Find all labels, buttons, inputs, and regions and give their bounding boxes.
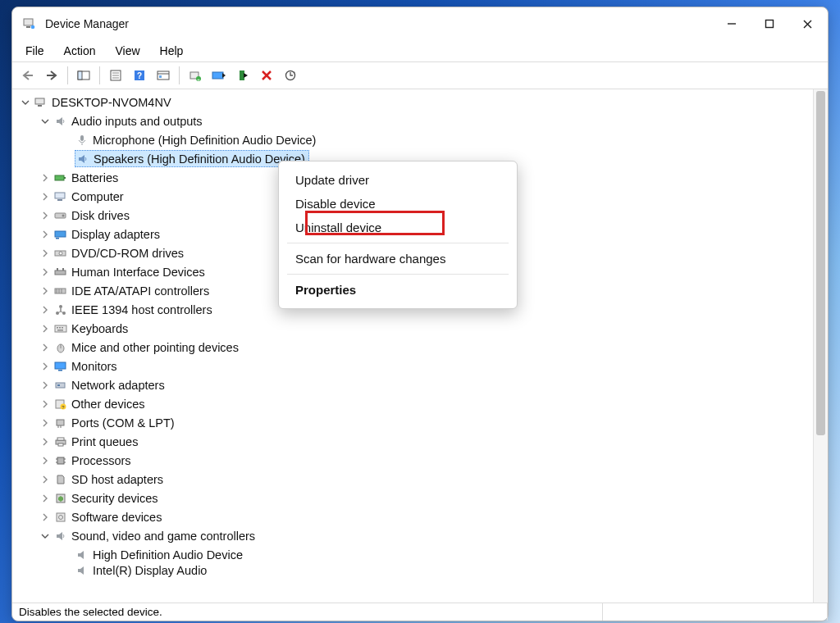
chevron-right-icon[interactable] (39, 190, 52, 203)
chevron-right-icon[interactable] (39, 228, 52, 241)
enable-device-icon[interactable] (232, 65, 253, 86)
svg-rect-69 (57, 420, 64, 425)
chevron-right-icon[interactable] (39, 398, 52, 411)
chevron-right-icon[interactable] (39, 322, 52, 335)
help-icon[interactable]: ? (129, 65, 150, 86)
speaker-icon (53, 115, 68, 128)
chevron-right-icon[interactable] (39, 435, 52, 448)
cm-scan-hardware[interactable]: Scan for hardware changes (279, 247, 517, 271)
chevron-right-icon[interactable] (39, 492, 52, 505)
maximize-button[interactable] (751, 11, 788, 37)
tree-label: Display adapters (71, 228, 160, 241)
tree-category-audio[interactable]: Audio inputs and outputs (14, 111, 813, 130)
tree-category-sound[interactable]: Sound, video and game controllers (14, 526, 813, 545)
tree-category-print[interactable]: Print queues (14, 432, 813, 451)
tree-category-network[interactable]: Network adapters (14, 375, 813, 394)
svg-rect-34 (55, 193, 65, 198)
svg-rect-62 (55, 362, 66, 369)
scan-hardware-icon[interactable] (280, 65, 301, 86)
chevron-right-icon[interactable] (39, 171, 52, 184)
menu-help[interactable]: Help (152, 43, 192, 59)
chevron-right-icon[interactable] (39, 341, 52, 354)
chevron-right-icon[interactable] (39, 473, 52, 486)
close-button[interactable] (788, 11, 826, 37)
forward-button[interactable] (41, 65, 62, 86)
speaker-icon (75, 152, 90, 166)
chevron-right-icon[interactable] (39, 416, 52, 430)
tree-root[interactable]: DESKTOP-NVOM4NV (14, 93, 813, 111)
battery-icon (53, 171, 68, 184)
computer-icon (34, 96, 48, 109)
tree-root-label: DESKTOP-NVOM4NV (52, 96, 171, 109)
vertical-scrollbar[interactable] (813, 89, 828, 603)
chevron-right-icon[interactable] (39, 379, 52, 392)
menu-file[interactable]: File (17, 43, 52, 59)
cm-disable-device[interactable]: Disable device (279, 192, 517, 216)
minimize-button[interactable] (713, 11, 751, 37)
tree-category-keyboards[interactable]: Keyboards (14, 319, 813, 338)
tree-label: Audio inputs and outputs (71, 115, 203, 128)
firewire-icon (53, 303, 68, 316)
toolbar: ? + (12, 61, 828, 89)
svg-rect-57 (59, 327, 61, 329)
svg-rect-29 (38, 105, 42, 107)
chevron-right-icon[interactable] (39, 266, 52, 279)
tree-label: Batteries (71, 171, 118, 184)
tree-label: Mice and other pointing devices (71, 341, 239, 354)
tree-category-software[interactable]: Software devices (14, 507, 813, 526)
chevron-down-icon[interactable] (39, 115, 52, 128)
menu-view[interactable]: View (107, 43, 148, 59)
tree-category-ports[interactable]: Ports (COM & LPT) (14, 413, 813, 432)
tree-label: IEEE 1394 host controllers (71, 303, 212, 316)
tree-label: High Definition Audio Device (93, 548, 243, 562)
chevron-down-icon[interactable] (19, 96, 32, 109)
show-hide-console-icon[interactable] (73, 65, 94, 86)
cm-separator (287, 243, 509, 243)
svg-rect-58 (62, 327, 63, 329)
chevron-right-icon[interactable] (39, 209, 52, 222)
svg-rect-74 (58, 443, 63, 446)
uninstall-device-icon[interactable] (256, 65, 277, 86)
tree-label: Disk drives (71, 209, 130, 222)
tree-item-intel-audio[interactable]: Intel(R) Display Audio (14, 564, 813, 577)
software-device-icon (53, 511, 68, 524)
device-tree[interactable]: DESKTOP-NVOM4NV Audio inputs and outputs… (12, 89, 813, 603)
back-button[interactable] (17, 65, 39, 86)
tree-category-sdhost[interactable]: SD host adapters (14, 470, 813, 489)
chevron-right-icon[interactable] (39, 247, 52, 260)
app-icon (22, 16, 37, 31)
chevron-right-icon[interactable] (39, 454, 52, 467)
properties-icon[interactable] (105, 65, 126, 86)
cm-uninstall-device[interactable]: Uninstall device (279, 216, 517, 239)
chevron-right-icon[interactable] (39, 511, 52, 524)
optical-drive-icon (53, 247, 68, 260)
tree-label: Speakers (High Definition Audio Device) (94, 152, 305, 166)
chevron-right-icon[interactable] (39, 284, 52, 298)
svg-rect-30 (80, 135, 84, 141)
tree-item-microphone[interactable]: Microphone (High Definition Audio Device… (14, 130, 813, 149)
svg-rect-64 (56, 383, 65, 388)
tree-category-security[interactable]: Security devices (14, 489, 813, 507)
cm-update-driver[interactable]: Update driver (279, 168, 517, 192)
tree-category-monitors[interactable]: Monitors (14, 357, 813, 375)
chevron-down-icon[interactable] (39, 530, 52, 543)
menu-action[interactable]: Action (56, 43, 104, 59)
chevron-right-icon[interactable] (39, 360, 52, 373)
disable-device-icon[interactable] (208, 65, 230, 86)
cm-properties[interactable]: Properties (279, 278, 517, 302)
tree-category-processors[interactable]: Processors (14, 451, 813, 470)
svg-rect-81 (57, 513, 65, 521)
svg-rect-32 (55, 175, 64, 180)
svg-rect-55 (55, 325, 66, 332)
tree-category-mice[interactable]: Mice and other pointing devices (14, 338, 813, 357)
svg-rect-43 (57, 268, 58, 271)
disk-icon (53, 209, 68, 222)
action-icon[interactable] (153, 65, 174, 86)
tree-item-hd-audio[interactable]: High Definition Audio Device (14, 545, 813, 564)
svg-rect-10 (78, 71, 82, 80)
chevron-right-icon[interactable] (39, 303, 52, 316)
svg-rect-65 (57, 384, 60, 386)
scrollbar-thumb[interactable] (816, 91, 825, 435)
tree-category-other[interactable]: ? Other devices (14, 394, 813, 413)
update-driver-icon[interactable]: + (185, 65, 206, 86)
